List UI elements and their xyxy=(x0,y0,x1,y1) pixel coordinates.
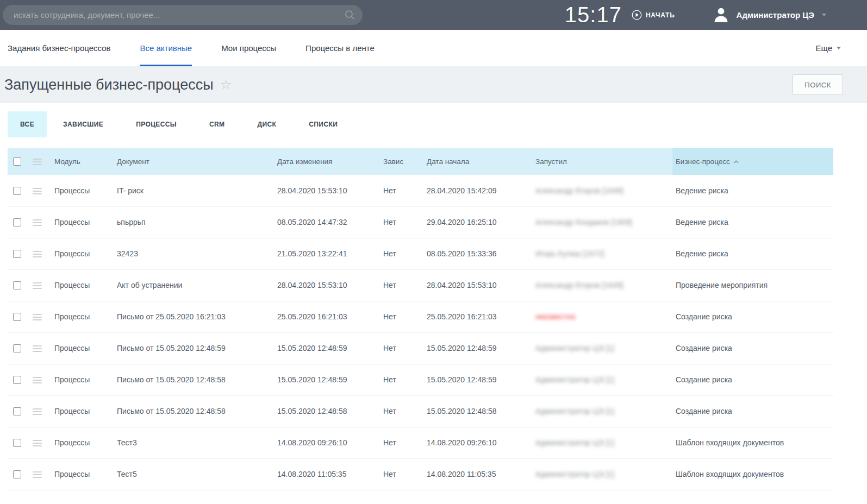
table-search-button[interactable]: ПОИСК xyxy=(793,74,843,95)
row-checkbox[interactable] xyxy=(13,344,21,352)
filter-tab[interactable]: ВСЕ xyxy=(8,111,47,137)
clock[interactable]: 15:17 xyxy=(565,3,622,27)
row-menu-icon[interactable] xyxy=(33,188,42,194)
row-checkbox[interactable] xyxy=(13,439,21,447)
filter-tab[interactable]: CRM xyxy=(193,111,241,137)
nav-tabs: Задания бизнес-процессовВсе активныеМои … xyxy=(8,30,404,66)
favorite-star-icon[interactable]: ☆ xyxy=(220,78,232,91)
cell-stuck: Нет xyxy=(380,427,423,458)
row-checkbox[interactable] xyxy=(13,313,21,321)
filter-tab[interactable]: ЗАВИСШИЕ xyxy=(47,111,120,137)
cell-process: Создание риска xyxy=(672,332,833,364)
table-header-row: Модуль Документ Дата изменения Завис Дат… xyxy=(8,148,833,175)
cell-modified: 08.05.2020 14:47:32 xyxy=(274,206,380,238)
cell-document[interactable]: Тест3 xyxy=(114,427,274,458)
row-menu-icon[interactable] xyxy=(33,440,42,446)
row-checkbox[interactable] xyxy=(13,250,21,258)
nav-tab[interactable]: Задания бизнес-процессов xyxy=(8,30,110,66)
cell-launcher: Александр Кондаков [1909] xyxy=(535,218,632,226)
col-module[interactable]: Модуль xyxy=(51,148,114,175)
nav-tab[interactable]: Все активные xyxy=(140,30,192,66)
col-document[interactable]: Документ xyxy=(114,148,274,175)
table-row[interactable]: Процессы Письмо от 25.05.2020 16:21:03 2… xyxy=(8,301,833,332)
filter-tab[interactable]: СПИСКИ xyxy=(292,111,354,137)
table-row[interactable]: Процессы 32423 21.05.2020 13:22:41 Нет 0… xyxy=(8,238,833,269)
cell-document[interactable]: Тест5 xyxy=(114,458,274,490)
search-input[interactable] xyxy=(14,10,345,20)
process-table: Модуль Документ Дата изменения Завис Дат… xyxy=(8,148,833,490)
row-checkbox[interactable] xyxy=(13,470,21,478)
chevron-down-icon xyxy=(837,47,841,49)
select-all-checkbox[interactable] xyxy=(13,158,21,166)
nav-more-button[interactable]: Еще xyxy=(815,43,841,53)
col-process-sorted[interactable]: Бизнес-процесс xyxy=(672,148,833,175)
table-row[interactable]: Процессы Письмо от 15.05.2020 12:48:58 1… xyxy=(8,364,833,395)
row-menu-icon[interactable] xyxy=(33,314,42,320)
cell-process: Ведение риска xyxy=(672,238,833,269)
row-menu-icon[interactable] xyxy=(33,282,42,289)
cell-process: Ведение риска xyxy=(672,206,833,238)
cell-document[interactable]: IT- риск xyxy=(114,175,274,206)
user-menu[interactable]: Администратор ЦЭ xyxy=(712,6,826,24)
row-checkbox[interactable] xyxy=(13,376,21,384)
cell-started: 08.05.2020 15:33:36 xyxy=(423,238,532,269)
cell-document[interactable]: 32423 xyxy=(114,238,274,269)
page-title: Запущенные бизнес-процессы xyxy=(4,77,214,93)
cell-stuck: Нет xyxy=(380,458,423,490)
cell-stuck: Нет xyxy=(380,269,423,301)
row-checkbox[interactable] xyxy=(13,187,21,195)
row-checkbox[interactable] xyxy=(13,407,21,415)
cell-module: Процессы xyxy=(51,427,114,458)
cell-started: 14.08.2020 09:26:10 xyxy=(423,427,532,458)
search-icon[interactable] xyxy=(345,10,355,20)
cell-document[interactable]: Письмо от 25.05.2020 16:21:03 xyxy=(114,301,274,332)
nav-tab[interactable]: Мои процессы xyxy=(221,30,276,66)
table-row[interactable]: Процессы Акт об устранении 28.04.2020 15… xyxy=(8,269,833,301)
filter-tab[interactable]: ПРОЦЕССЫ xyxy=(120,111,193,137)
cell-document[interactable]: Письмо от 15.05.2020 12:48:58 xyxy=(114,395,274,427)
row-menu-icon[interactable] xyxy=(33,377,42,383)
row-menu-icon[interactable] xyxy=(33,471,42,478)
row-checkbox[interactable] xyxy=(13,281,21,289)
global-search[interactable] xyxy=(3,5,363,25)
nav-tab[interactable]: Процессы в ленте xyxy=(305,30,375,66)
cell-launcher: Александр Егоров [1649] xyxy=(535,281,623,289)
col-stuck[interactable]: Завис xyxy=(380,148,423,175)
cell-module: Процессы xyxy=(51,175,114,206)
filter-tab[interactable]: ДИСК xyxy=(241,111,293,137)
cell-process: Создание риска xyxy=(672,301,833,332)
table-row[interactable]: Процессы Письмо от 15.05.2020 12:48:58 1… xyxy=(8,395,833,427)
cell-stuck: Нет xyxy=(380,364,423,395)
row-menu-icon[interactable] xyxy=(33,219,42,226)
cell-modified: 15.05.2020 12:48:59 xyxy=(274,332,380,364)
cell-launcher: Администратор ЦЭ [1] xyxy=(535,375,614,384)
cell-modified: 15.05.2020 12:48:59 xyxy=(274,364,380,395)
cell-started: 15.05.2020 12:48:59 xyxy=(423,332,532,364)
sort-asc-icon xyxy=(734,160,738,165)
cell-started: 28.04.2020 15:53:10 xyxy=(423,269,532,301)
row-menu-icon[interactable] xyxy=(33,251,42,257)
cell-launcher: неизвестно xyxy=(535,312,576,321)
col-launcher[interactable]: Запустил xyxy=(532,148,672,175)
table-row[interactable]: Процессы Письмо от 15.05.2020 12:48:59 1… xyxy=(8,332,833,364)
cell-started: 14.08.2020 11:05:35 xyxy=(423,458,532,490)
cell-document[interactable]: Письмо от 15.05.2020 12:48:58 xyxy=(114,364,274,395)
table-row[interactable]: Процессы ьпьррьп 08.05.2020 14:47:32 Нет… xyxy=(8,206,833,238)
table-row[interactable]: Процессы IT- риск 28.04.2020 15:53:10 Не… xyxy=(8,175,833,206)
row-menu-icon[interactable] xyxy=(33,408,42,415)
col-started[interactable]: Дата начала xyxy=(423,148,532,175)
start-button[interactable]: НАЧАТЬ xyxy=(632,10,675,20)
cell-stuck: Нет xyxy=(380,206,423,238)
cell-stuck: Нет xyxy=(380,175,423,206)
cell-document[interactable]: Акт об устранении xyxy=(114,269,274,301)
col-modified[interactable]: Дата изменения xyxy=(274,148,380,175)
row-menu-icon[interactable] xyxy=(33,345,42,352)
cell-launcher: Администратор ЦЭ [1] xyxy=(535,470,614,478)
row-checkbox[interactable] xyxy=(13,218,21,226)
table-row[interactable]: Процессы Тест3 14.08.2020 09:26:10 Нет 1… xyxy=(8,427,833,458)
table-body: Процессы IT- риск 28.04.2020 15:53:10 Не… xyxy=(8,175,833,490)
cell-document[interactable]: ьпьррьп xyxy=(114,206,274,238)
cell-document[interactable]: Письмо от 15.05.2020 12:48:59 xyxy=(114,332,274,364)
header-menu-icon[interactable] xyxy=(33,159,42,165)
table-row[interactable]: Процессы Тест5 14.08.2020 11:05:35 Нет 1… xyxy=(8,458,833,490)
